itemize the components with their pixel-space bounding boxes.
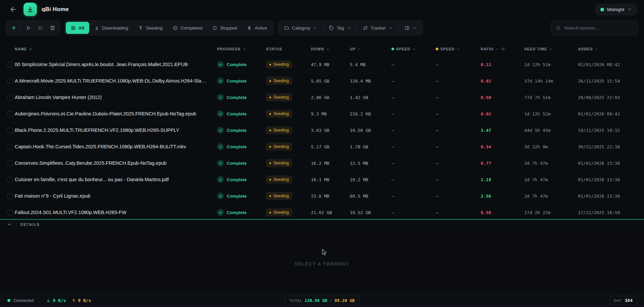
status-badge: Seeding — [266, 175, 292, 184]
row-checkbox[interactable] — [7, 62, 13, 67]
row-checkbox[interactable] — [7, 210, 13, 215]
table-row[interactable]: Fait maison n°9 - Cyril Lignac.epub Comp… — [0, 188, 644, 204]
ratio-settings-icon[interactable] — [501, 47, 505, 51]
status-badge: Seeding — [266, 93, 292, 101]
sort-icon — [457, 47, 460, 51]
theme-selector[interactable]: Midnight — [596, 4, 637, 15]
status-cell: Seeding — [266, 110, 311, 118]
seed-time: 1d 12h 52m — [524, 111, 578, 116]
status-cell: Seeding — [266, 175, 311, 184]
connection-status: Connected — [7, 298, 34, 303]
complete-check-icon — [217, 127, 224, 134]
filter-downloading[interactable]: Downloading — [89, 22, 133, 34]
torrent-table: 00 Simplissime.Spécial.Diners.après.le.b… — [0, 56, 644, 219]
back-button[interactable] — [7, 4, 19, 15]
column-header-ratio[interactable]: RATIO — [481, 47, 524, 51]
row-checkbox[interactable] — [7, 144, 13, 150]
row-checkbox[interactable] — [7, 193, 13, 199]
filter-label: Active — [255, 25, 267, 31]
row-checkbox[interactable] — [7, 78, 13, 84]
dropdown-label: Tracker — [371, 25, 386, 31]
seed-time: 2d 7h 47m — [524, 177, 578, 182]
details-label: DETAILS — [20, 222, 40, 226]
up-total: 10.52 GB — [350, 210, 391, 215]
progress-cell: Complete — [217, 176, 266, 183]
filter-all[interactable]: All — [66, 22, 89, 34]
table-row[interactable]: Conserves.Simplifiees..Caty.Berube.2025.… — [0, 155, 644, 171]
added-date: 19/11/2025 19:32 — [578, 128, 637, 133]
progress-cell: Complete — [217, 143, 266, 150]
column-header-progress[interactable]: PROGRESS — [217, 47, 266, 51]
check-circle-icon — [173, 25, 178, 31]
details-collapse-button[interactable] — [7, 222, 12, 227]
resume-button[interactable] — [22, 22, 34, 34]
down-speed: – — [391, 128, 436, 133]
chevron-down-icon — [313, 26, 317, 30]
zap-icon — [247, 25, 252, 31]
filter-stopped[interactable]: Stopped — [207, 22, 242, 34]
column-header-added[interactable]: ADDED — [578, 47, 637, 51]
columns-dropdown[interactable] — [400, 22, 421, 34]
table-row[interactable]: Aubergines.Poivrons.et.Cie.Pauline.Duboi… — [0, 106, 644, 122]
add-torrent-button[interactable] — [8, 22, 20, 34]
tracker-dropdown[interactable]: Tracker — [358, 22, 397, 34]
sort-asc-icon — [29, 47, 33, 51]
search-input[interactable] — [564, 25, 633, 31]
column-header-name[interactable]: NAME — [15, 47, 217, 51]
sort-icon — [358, 47, 361, 51]
progress-label: Complete — [227, 128, 247, 133]
delete-button[interactable] — [46, 22, 58, 34]
swap-icon — [363, 25, 368, 31]
column-header-up[interactable]: UP — [350, 47, 391, 51]
up-total: 1.42 GB — [350, 95, 391, 100]
added-date: 26/11/2025 15:54 — [578, 79, 637, 84]
torrent-name: A.Minecraft.Movie.2025.MULTi.TRUEFRENCH.… — [15, 78, 217, 84]
table-row[interactable]: A.Minecraft.Movie.2025.MULTi.TRUEFRENCH.… — [0, 73, 644, 89]
session-total: TOTAL 138.96 GB / 89.20 GB — [285, 296, 360, 305]
complete-check-icon — [217, 61, 224, 68]
up-speed: – — [436, 111, 481, 116]
category-dropdown[interactable]: Category — [279, 22, 322, 34]
sort-icon — [243, 47, 246, 51]
status-cell: Seeding — [266, 208, 311, 216]
stop-icon — [38, 25, 43, 31]
progress-cell: Complete — [217, 94, 266, 101]
column-header-status[interactable]: STATUS — [266, 47, 311, 51]
progress-label: Complete — [227, 95, 247, 100]
search-icon — [556, 25, 560, 31]
stop-button[interactable] — [34, 22, 46, 34]
table-row[interactable]: Captain.Hook.The.Cursed.Tides.2025.FRENC… — [0, 139, 644, 155]
column-header-down[interactable]: DOWN — [311, 47, 350, 51]
page-title: qBi Home — [42, 6, 69, 13]
ratio-value: 0.11 — [481, 62, 524, 67]
torrent-name: Abraham Lincoln Vampire Hunter (2012) — [15, 95, 217, 100]
complete-check-icon — [217, 176, 224, 183]
filter-completed[interactable]: Completed — [168, 22, 207, 34]
filter-active[interactable]: Active — [242, 22, 272, 34]
filter-seeding[interactable]: Seeding — [133, 22, 168, 34]
status-cell: Seeding — [266, 93, 311, 101]
download-speed-dot-icon — [391, 48, 394, 50]
status-cell: Seeding — [266, 77, 311, 85]
added-date: 01/01/2026 13:36 — [578, 161, 637, 166]
table-row[interactable]: Black.Phone.2.2025.MULTi.TRUEFRENCH.VF2.… — [0, 122, 644, 139]
tag-dropdown[interactable]: Tag — [324, 22, 356, 34]
ratio-value: 0.77 — [481, 161, 524, 166]
column-header-down-speed[interactable]: SPEED — [391, 47, 436, 51]
column-header-up-speed[interactable]: SPEED — [436, 47, 481, 51]
column-header-seed-time[interactable]: SEED TIME — [524, 47, 578, 51]
down-total: 21.02 GB — [311, 210, 350, 215]
added-date: 30/12/2025 22:36 — [578, 144, 637, 149]
table-row[interactable]: Fallout.2024.S01.MULTi.VF2.1080p.WEB.H26… — [0, 204, 644, 219]
row-checkbox[interactable] — [7, 127, 13, 133]
table-row[interactable]: Cuisiner en famille, c'est que du bonheu… — [0, 171, 644, 188]
row-checkbox[interactable] — [7, 111, 13, 117]
status-dot-icon — [269, 113, 271, 115]
table-row[interactable]: Abraham Lincoln Vampire Hunter (2012) Co… — [0, 89, 644, 106]
row-checkbox[interactable] — [7, 160, 13, 166]
row-checkbox[interactable] — [7, 95, 13, 100]
play-icon — [25, 25, 31, 31]
table-row[interactable]: 00 Simplissime.Spécial.Diners.après.le.b… — [0, 56, 644, 73]
row-checkbox[interactable] — [7, 177, 13, 183]
up-total: 12.5 MB — [350, 161, 391, 166]
